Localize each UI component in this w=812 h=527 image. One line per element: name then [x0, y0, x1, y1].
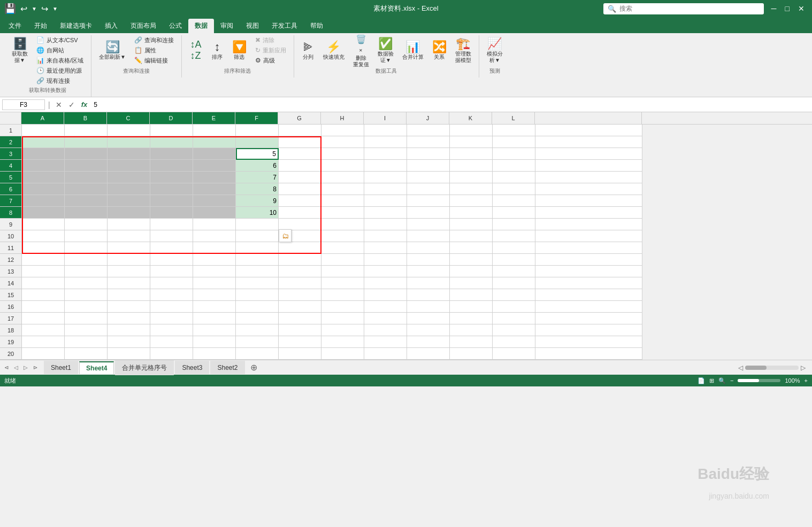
- undo-arrow[interactable]: ▼: [32, 6, 37, 12]
- formula-cancel-button[interactable]: ✕: [53, 100, 64, 109]
- cell-j9[interactable]: [407, 219, 450, 230]
- cell-l4[interactable]: [493, 160, 535, 172]
- relationships-button[interactable]: 🔀 关系: [429, 35, 450, 66]
- row-header-8[interactable]: 8: [0, 207, 21, 219]
- cell-d2[interactable]: [150, 136, 193, 148]
- customize-arrow[interactable]: ▼: [52, 6, 58, 12]
- cell-i1[interactable]: [364, 125, 407, 136]
- advanced-button[interactable]: ⚙ 高级: [252, 56, 289, 65]
- cell-c2[interactable]: [108, 136, 150, 148]
- cell-h10[interactable]: [321, 230, 364, 242]
- cell-d9[interactable]: [150, 219, 193, 230]
- cell-a4[interactable]: [22, 160, 65, 172]
- cell-d6[interactable]: [150, 183, 193, 195]
- cell-k7[interactable]: [450, 195, 493, 207]
- col-header-f[interactable]: F: [235, 112, 278, 124]
- cell-b6[interactable]: [65, 183, 108, 195]
- cell-k3[interactable]: [450, 148, 493, 160]
- cell-a9[interactable]: [22, 219, 65, 230]
- cell-l3[interactable]: [493, 148, 535, 160]
- cell-c10[interactable]: [108, 230, 150, 242]
- cell-a1[interactable]: [22, 125, 65, 136]
- sort-button[interactable]: ↕️ 排序: [208, 35, 227, 66]
- col-header-a[interactable]: A: [21, 112, 64, 124]
- cell-f6[interactable]: 8: [236, 183, 279, 195]
- cell-f5[interactable]: 7: [236, 172, 279, 183]
- cell-j2[interactable]: [407, 136, 450, 148]
- cell-l5[interactable]: [493, 172, 535, 183]
- redo-icon[interactable]: ↪: [41, 4, 48, 14]
- cell-j3[interactable]: [407, 148, 450, 160]
- cell-c3[interactable]: [108, 148, 150, 160]
- col-header-e[interactable]: E: [193, 112, 235, 124]
- cell-i4[interactable]: [364, 160, 407, 172]
- tab-file[interactable]: 文件: [2, 19, 28, 33]
- cell-b9[interactable]: [65, 219, 108, 230]
- tab-review[interactable]: 审阅: [214, 19, 240, 33]
- row-header-1[interactable]: 1: [0, 125, 21, 136]
- cell-l10[interactable]: [493, 230, 535, 242]
- cell-b3[interactable]: [65, 148, 108, 160]
- cell-g1[interactable]: [279, 125, 321, 136]
- clear-button[interactable]: ✖ 清除: [252, 35, 289, 45]
- properties-button[interactable]: 📋 属性: [131, 45, 177, 55]
- query-connections-button[interactable]: 🔗 查询和连接: [131, 35, 177, 45]
- cell-j8[interactable]: [407, 207, 450, 219]
- cell-k5[interactable]: [450, 172, 493, 183]
- sort-ascending-button[interactable]: ↕A↕Z: [186, 35, 205, 66]
- cell-k9[interactable]: [450, 219, 493, 230]
- cell-k6[interactable]: [450, 183, 493, 195]
- cell-k8[interactable]: [450, 207, 493, 219]
- row-header-20[interactable]: 20: [0, 348, 21, 360]
- cell-h7[interactable]: [321, 195, 364, 207]
- col-header-d[interactable]: D: [150, 112, 193, 124]
- cell-b10[interactable]: [65, 230, 108, 242]
- col-header-g[interactable]: G: [278, 112, 321, 124]
- cell-c6[interactable]: [108, 183, 150, 195]
- filter-button[interactable]: 🔽 筛选: [229, 35, 250, 66]
- row-header-7[interactable]: 7: [0, 195, 21, 207]
- cell-f10[interactable]: [236, 230, 279, 242]
- cell-k2[interactable]: [450, 136, 493, 148]
- cell-k10[interactable]: [450, 230, 493, 242]
- cell-b5[interactable]: [65, 172, 108, 183]
- row-header-9[interactable]: 9: [0, 219, 21, 230]
- cell-g3[interactable]: [279, 148, 321, 160]
- layout-view-button[interactable]: ⊞: [709, 377, 714, 384]
- row-header-6[interactable]: 6: [0, 183, 21, 195]
- cell-j11[interactable]: [407, 242, 450, 254]
- cell-d8[interactable]: [150, 207, 193, 219]
- cell-g5[interactable]: [279, 172, 321, 183]
- scroll-right-icon[interactable]: ▷: [801, 364, 806, 371]
- cell-d5[interactable]: [150, 172, 193, 183]
- close-button[interactable]: ✕: [795, 2, 808, 15]
- cell-f9[interactable]: [236, 219, 279, 230]
- cell-c1[interactable]: [108, 125, 150, 136]
- cell-f7[interactable]: 9: [236, 195, 279, 207]
- cell-d7[interactable]: [150, 195, 193, 207]
- cell-e1[interactable]: [193, 125, 236, 136]
- sheet-tab-sheet4[interactable]: Sheet4: [79, 361, 114, 374]
- minimize-button[interactable]: ─: [768, 2, 780, 15]
- col-header-j[interactable]: J: [407, 112, 449, 124]
- cell-g7[interactable]: [279, 195, 321, 207]
- cell-a6[interactable]: [22, 183, 65, 195]
- consolidate-button[interactable]: 📊 合并计算: [399, 35, 427, 66]
- cell-i11[interactable]: [364, 242, 407, 254]
- cell-i10[interactable]: [364, 230, 407, 242]
- cell-a2[interactable]: [22, 136, 65, 148]
- data-validation-button[interactable]: ✅ 数据验证▼: [374, 35, 397, 66]
- tab-help[interactable]: 帮助: [304, 19, 330, 33]
- cell-reference-box[interactable]: [2, 99, 45, 110]
- row-header-3[interactable]: 3: [0, 148, 21, 160]
- zoom-slider[interactable]: [738, 379, 780, 382]
- undo-icon[interactable]: ↩: [20, 4, 27, 14]
- get-data-button[interactable]: 🗄️ 获取数据▼: [9, 35, 31, 66]
- row-header-11[interactable]: 11: [0, 242, 21, 254]
- cell-h11[interactable]: [321, 242, 364, 254]
- cell-i6[interactable]: [364, 183, 407, 195]
- col-header-i[interactable]: I: [364, 112, 407, 124]
- col-header-k[interactable]: K: [449, 112, 492, 124]
- cell-e2[interactable]: [193, 136, 236, 148]
- reapply-button[interactable]: ↻ 重新应用: [252, 45, 289, 55]
